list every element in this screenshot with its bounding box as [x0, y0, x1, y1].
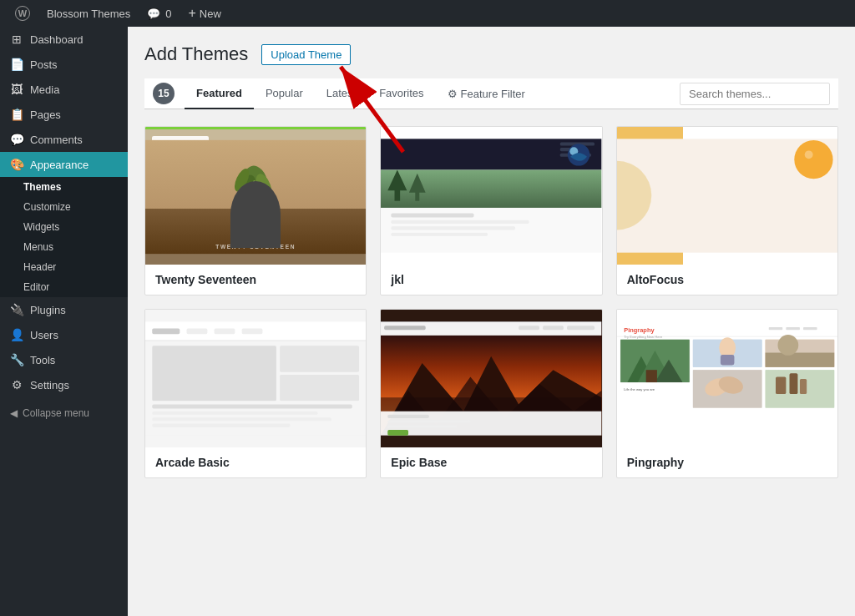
search-input[interactable]	[680, 83, 830, 105]
theme-name-epic-base: Epic Base	[391, 456, 591, 469]
admin-bar: W Blossom Themes 💬 0 + New	[0, 0, 855, 27]
theme-card-twenty-seventeen[interactable]: ✓ Installed	[144, 126, 367, 295]
plus-icon: +	[188, 6, 195, 21]
svg-point-89	[777, 335, 798, 356]
svg-rect-45	[280, 346, 359, 371]
svg-rect-29	[392, 214, 474, 218]
theme-card-arcade-basic[interactable]: Arcade Basic	[144, 309, 367, 478]
collapse-icon: ◀	[10, 407, 18, 419]
sidebar-sub-widgets[interactable]: Widgets	[0, 217, 128, 237]
dashboard-icon: ⊞	[10, 33, 23, 46]
svg-rect-48	[152, 412, 317, 415]
sidebar-label-posts: Posts	[30, 58, 58, 71]
media-icon: 🖼	[10, 83, 23, 96]
svg-rect-39	[145, 341, 366, 341]
sidebar-label-media: Media	[30, 83, 59, 96]
theme-info-jkl: jkl	[381, 265, 601, 295]
tab-latest[interactable]: Latest	[315, 78, 367, 109]
upload-theme-button[interactable]: Upload Theme	[261, 44, 351, 65]
adminbar-wp-logo[interactable]: W	[7, 0, 38, 27]
svg-rect-4	[145, 140, 366, 254]
tab-popular[interactable]: Popular	[254, 78, 315, 109]
collapse-menu[interactable]: ◀ Collapse menu	[0, 397, 128, 429]
sidebar-sub-editor[interactable]: Editor	[0, 277, 128, 297]
page-header: Add Themes Upload Theme	[144, 43, 838, 65]
adminbar-new[interactable]: + New	[180, 0, 229, 27]
svg-rect-58	[543, 326, 564, 330]
tab-feature-filter[interactable]: ⚙ Feature Filter	[436, 79, 537, 109]
sidebar-label-users: Users	[30, 329, 58, 341]
sidebar-item-dashboard[interactable]: ⊞ Dashboard	[0, 27, 128, 52]
sidebar: ⊞ Dashboard 📄 Posts 🖼 Media 📋 Pages 💬 Co…	[0, 27, 128, 616]
svg-point-35	[804, 150, 812, 159]
svg-rect-50	[152, 424, 290, 427]
adminbar-site-label: Blossom Themes	[47, 8, 130, 20]
sidebar-item-pages[interactable]: 📋 Pages	[0, 102, 128, 127]
adminbar-site-name[interactable]: Blossom Themes	[38, 0, 139, 27]
sidebar-label-dashboard: Dashboard	[30, 33, 83, 46]
settings-icon: ⚙	[10, 378, 23, 391]
sidebar-sub-menus[interactable]: Menus	[0, 237, 128, 257]
theme-thumbnail-epic	[381, 310, 601, 447]
sidebar-item-posts[interactable]: 📄 Posts	[0, 52, 128, 77]
sidebar-sub-themes[interactable]: Themes	[0, 177, 128, 197]
themes-tabs: 15 Featured Popular Latest Favorites ⚙ F…	[144, 78, 838, 109]
theme-card-altofocus[interactable]: AltoFocus	[616, 126, 838, 295]
svg-rect-64	[388, 430, 409, 436]
theme-thumbnail-pingraphy: Pingraphy Try Everything New Here	[617, 310, 837, 447]
svg-rect-32	[392, 233, 488, 236]
feature-filter-label: Feature Filter	[461, 88, 525, 100]
svg-text:W: W	[18, 8, 28, 18]
svg-rect-97	[776, 376, 786, 394]
plugins-icon: 🔌	[10, 303, 23, 316]
svg-rect-61	[388, 415, 430, 418]
theme-name-pingraphy: Pingraphy	[627, 456, 827, 469]
adminbar-new-label: New	[200, 8, 221, 20]
svg-rect-40	[152, 329, 180, 335]
svg-rect-63	[388, 425, 458, 427]
svg-point-15	[251, 189, 253, 190]
svg-rect-70	[768, 327, 782, 330]
svg-rect-44	[152, 346, 276, 401]
theme-thumbnail-twenty-seventeen: ✓ Installed	[145, 127, 366, 265]
sidebar-label-comments: Comments	[30, 134, 83, 146]
sidebar-sub-header[interactable]: Header	[0, 257, 128, 277]
comment-icon: 💬	[147, 8, 160, 20]
svg-rect-47	[152, 404, 352, 408]
svg-rect-71	[786, 327, 800, 330]
theme-name-jkl: jkl	[391, 273, 591, 286]
sidebar-sub-customize[interactable]: Customize	[0, 197, 128, 217]
collapse-label: Collapse menu	[23, 407, 89, 419]
sidebar-item-media[interactable]: 🖼 Media	[0, 77, 128, 102]
sidebar-label-appearance: Appearance	[30, 159, 89, 171]
svg-rect-30	[392, 220, 529, 224]
appearance-icon: 🎨	[10, 158, 23, 171]
svg-text:Try Everything New Here: Try Everything New Here	[624, 335, 663, 339]
theme-info-twenty-seventeen: Twenty Seventeen	[145, 265, 366, 295]
svg-rect-59	[567, 326, 594, 330]
tab-featured[interactable]: Featured	[185, 78, 254, 109]
svg-rect-43	[242, 329, 263, 335]
theme-info-arcade-basic: Arcade Basic	[145, 447, 366, 477]
svg-text:TWENTY SEVENTEEN: TWENTY SEVENTEEN	[215, 244, 296, 250]
adminbar-comments[interactable]: 💬 0	[139, 0, 180, 27]
theme-card-jkl[interactable]: jkl	[380, 126, 602, 295]
svg-rect-88	[765, 353, 834, 367]
svg-rect-57	[519, 326, 540, 330]
sidebar-item-tools[interactable]: 🔧 Tools	[0, 347, 128, 372]
sidebar-item-settings[interactable]: ⚙ Settings	[0, 372, 128, 397]
sidebar-item-comments[interactable]: 💬 Comments	[0, 127, 128, 152]
theme-card-pingraphy[interactable]: Pingraphy Try Everything New Here	[616, 309, 838, 478]
sidebar-item-users[interactable]: 👤 Users	[0, 322, 128, 347]
theme-card-epic-base[interactable]: Epic Base	[380, 309, 602, 478]
svg-rect-72	[803, 327, 817, 330]
theme-name-arcade-basic: Arcade Basic	[155, 456, 356, 469]
svg-rect-84	[721, 355, 735, 365]
tab-favorites[interactable]: Favorites	[367, 78, 435, 109]
svg-point-7	[235, 205, 276, 212]
sidebar-item-appearance[interactable]: 🎨 Appearance	[0, 152, 128, 177]
theme-info-altofocus: AltoFocus	[617, 265, 837, 295]
sidebar-item-plugins[interactable]: 🔌 Plugins	[0, 297, 128, 322]
theme-info-pingraphy: Pingraphy	[617, 447, 837, 477]
page-title: Add Themes	[144, 43, 248, 65]
